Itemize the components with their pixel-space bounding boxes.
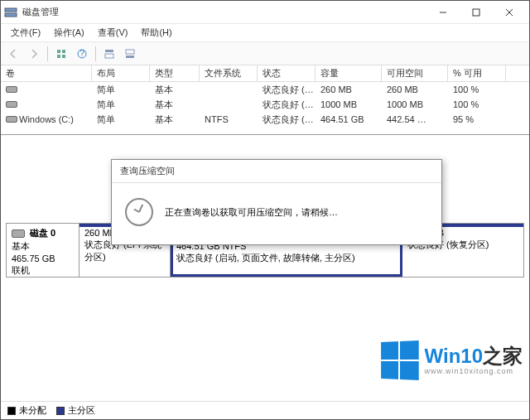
svg-rect-13 — [105, 54, 113, 58]
view-bottom-button[interactable] — [121, 45, 139, 63]
col-volume[interactable]: 卷 — [1, 65, 92, 81]
menu-view[interactable]: 查看(V) — [91, 25, 135, 41]
svg-rect-14 — [126, 50, 134, 54]
window-title: 磁盘管理 — [22, 6, 426, 18]
menu-action[interactable]: 操作(A) — [47, 25, 91, 41]
svg-rect-0 — [5, 8, 17, 12]
col-status[interactable]: 状态 — [258, 65, 316, 81]
windows-logo-icon — [381, 340, 419, 380]
svg-rect-6 — [57, 50, 60, 53]
volume-icon — [6, 86, 17, 93]
watermark: Win10之家 www.win10xitong.com — [380, 341, 523, 379]
close-button[interactable] — [493, 2, 526, 23]
svg-rect-1 — [5, 13, 17, 17]
disk-status: 联机 — [12, 264, 74, 277]
app-icon — [4, 6, 17, 19]
disk-label: 磁盘 0 — [30, 227, 55, 239]
view-top-button[interactable] — [100, 45, 118, 63]
svg-text:?: ? — [80, 48, 84, 58]
dialog-message: 正在查询卷以获取可用压缩空间，请稍候… — [165, 206, 338, 219]
col-capacity[interactable]: 容量 — [316, 65, 382, 81]
minimize-button[interactable] — [426, 2, 460, 23]
disk-icon — [12, 229, 25, 238]
volume-list-header: 卷 布局 类型 文件系统 状态 容量 可用空间 % 可用 — [1, 65, 529, 82]
svg-rect-15 — [126, 56, 134, 58]
col-filesystem[interactable]: 文件系统 — [200, 65, 258, 81]
refresh-button[interactable] — [52, 45, 70, 63]
svg-rect-9 — [62, 55, 65, 58]
back-button[interactable] — [4, 45, 22, 63]
volume-row[interactable]: 简单 基本 状态良好 (… 260 MB 260 MB 100 % — [1, 82, 529, 97]
svg-rect-3 — [473, 9, 479, 16]
disk-type: 基本 — [12, 240, 74, 253]
volume-icon — [6, 101, 17, 108]
col-layout[interactable]: 布局 — [92, 65, 150, 81]
col-free[interactable]: 可用空间 — [382, 65, 448, 81]
volume-icon — [6, 116, 17, 123]
clock-icon — [125, 198, 153, 226]
shrink-query-dialog: 查询压缩空间 正在查询卷以获取可用压缩空间，请稍候… — [111, 159, 442, 245]
forward-button[interactable] — [25, 45, 43, 63]
svg-rect-7 — [62, 50, 65, 53]
col-pct[interactable]: % 可用 — [448, 65, 506, 81]
legend-unallocated: 未分配 — [7, 404, 46, 417]
volume-row[interactable]: 简单 基本 状态良好 (… 1000 MB 1000 MB 100 % — [1, 97, 529, 112]
help-button[interactable]: ? — [73, 45, 91, 63]
volume-row[interactable]: Windows (C:) 简单 基本 NTFS 状态良好 (… 464.51 G… — [1, 112, 529, 127]
svg-rect-12 — [105, 50, 113, 52]
disk-size: 465.75 GB — [12, 253, 74, 263]
maximize-button[interactable] — [460, 2, 493, 23]
col-type[interactable]: 类型 — [150, 65, 200, 81]
menu-help[interactable]: 帮助(H) — [134, 25, 178, 41]
legend-primary: 主分区 — [56, 404, 95, 417]
menu-file[interactable]: 文件(F) — [4, 25, 47, 41]
svg-rect-8 — [57, 55, 60, 58]
dialog-title: 查询压缩空间 — [112, 160, 441, 183]
